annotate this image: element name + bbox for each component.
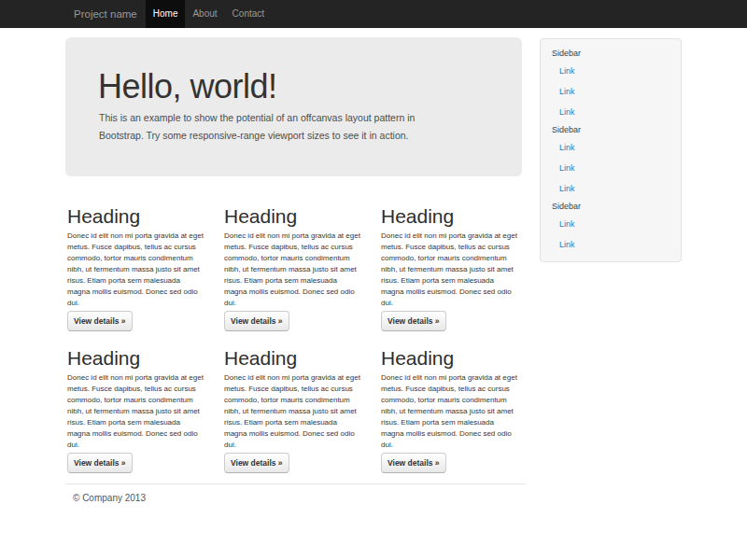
sidebar-link[interactable]: Link	[541, 214, 681, 234]
card-heading: Heading	[224, 347, 369, 369]
card-body-text: Donec id elit non mi porta gravida at eg…	[67, 372, 212, 451]
main-row: Hello, world! This is an example to show…	[65, 28, 682, 505]
navbar-inner: Project name Home About Contact	[65, 0, 682, 28]
view-details-button[interactable]: View details »	[67, 311, 133, 331]
page-title: Hello, world!	[98, 69, 488, 105]
view-details-button[interactable]: View details »	[381, 453, 446, 473]
cards-row-1: Heading Donec id elit non mi porta gravi…	[65, 205, 526, 331]
view-details-button[interactable]: View details »	[224, 311, 289, 331]
card-body-text: Donec id elit non mi porta gravida at eg…	[381, 372, 526, 451]
card-heading: Heading	[381, 347, 526, 369]
sidebar-group-heading: Sidebar	[541, 122, 681, 137]
card-body-text: Donec id elit non mi porta gravida at eg…	[381, 231, 526, 309]
jumbotron: Hello, world! This is an example to show…	[65, 37, 522, 176]
view-details-button[interactable]: View details »	[67, 453, 133, 473]
card-body-text: Donec id elit non mi porta gravida at eg…	[224, 231, 369, 309]
page-container: Hello, world! This is an example to show…	[65, 28, 682, 505]
copyright-text: © Company 2013	[73, 492, 526, 505]
card: Heading Donec id elit non mi porta gravi…	[381, 205, 526, 331]
card-heading: Heading	[67, 347, 212, 369]
view-details-button[interactable]: View details »	[381, 311, 446, 331]
cards-row-2: Heading Donec id elit non mi porta gravi…	[65, 347, 526, 473]
footer: © Company 2013	[65, 483, 526, 505]
view-details-button[interactable]: View details »	[224, 453, 289, 473]
content-column: Hello, world! This is an example to show…	[65, 28, 526, 505]
card-body-text: Donec id elit non mi porta gravida at eg…	[67, 231, 212, 309]
sidebar-column: Sidebar Link Link Link Sidebar Link Link…	[540, 38, 682, 262]
sidebar-link[interactable]: Link	[541, 61, 681, 81]
card: Heading Donec id elit non mi porta gravi…	[381, 347, 526, 473]
card: Heading Donec id elit non mi porta gravi…	[224, 347, 369, 473]
card: Heading Donec id elit non mi porta gravi…	[67, 347, 212, 473]
sidebar-link[interactable]: Link	[541, 137, 681, 158]
sidebar-group-heading: Sidebar	[541, 46, 681, 61]
sidebar-well: Sidebar Link Link Link Sidebar Link Link…	[540, 38, 682, 262]
nav-item-home[interactable]: Home	[146, 0, 186, 28]
nav-item-contact[interactable]: Contact	[225, 0, 272, 28]
jumbotron-description: This is an example to show the potential…	[99, 109, 488, 145]
sidebar-link[interactable]: Link	[541, 178, 681, 199]
sidebar-group-heading: Sidebar	[541, 199, 681, 214]
card-heading: Heading	[224, 205, 369, 227]
sidebar-link[interactable]: Link	[541, 102, 681, 122]
sidebar-link[interactable]: Link	[541, 81, 681, 102]
card: Heading Donec id elit non mi porta gravi…	[67, 205, 212, 331]
brand-link[interactable]: Project name	[65, 0, 146, 28]
sidebar-link[interactable]: Link	[541, 158, 681, 178]
sidebar-link[interactable]: Link	[541, 234, 681, 255]
card-heading: Heading	[67, 205, 212, 227]
card-body-text: Donec id elit non mi porta gravida at eg…	[224, 372, 369, 451]
card: Heading Donec id elit non mi porta gravi…	[224, 205, 369, 331]
navbar: Project name Home About Contact	[0, 0, 747, 28]
nav-item-about[interactable]: About	[185, 0, 224, 28]
card-heading: Heading	[381, 205, 526, 227]
